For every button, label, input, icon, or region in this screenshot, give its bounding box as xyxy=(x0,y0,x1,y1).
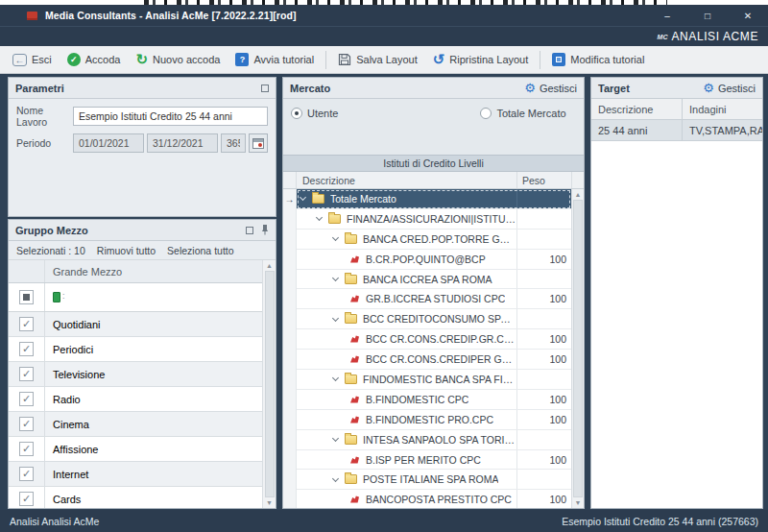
peso-column-header[interactable]: Peso xyxy=(516,172,571,188)
tree-row[interactable]: B.FINDOMESTIC PRO.CPC100 xyxy=(283,410,571,430)
checkbox-checked-icon[interactable]: ✓ xyxy=(19,317,34,331)
scroll-up-icon[interactable]: ▲ xyxy=(575,191,582,198)
calendar-button[interactable] xyxy=(249,133,268,153)
tree-row[interactable]: →Totale Mercato xyxy=(283,189,571,209)
checkbox-indeterminate-icon[interactable] xyxy=(19,290,34,304)
maximize-button[interactable]: □ xyxy=(687,5,728,26)
tree-row[interactable]: BCC CR.CONS.CREDIP.GR.CPC I.U.100 xyxy=(283,329,571,350)
close-button[interactable]: ✕ xyxy=(728,5,768,26)
nome-lavoro-input[interactable] xyxy=(73,107,268,126)
brand-name: ANALISI ACME xyxy=(671,30,758,43)
mercato-gestisci-button[interactable]: ⚙ Gestisci xyxy=(524,83,577,94)
list-item[interactable]: ✓Internet xyxy=(9,462,262,487)
tree-row[interactable]: B.ISP PER MERITO CPC100 xyxy=(283,450,571,471)
checkbox-checked-icon[interactable]: ✓ xyxy=(19,392,34,406)
radio-totale-mercato[interactable]: Totale Mercato xyxy=(480,108,565,119)
periodo-to-input[interactable] xyxy=(147,133,218,153)
accoda-button[interactable]: ✓ Accoda xyxy=(60,50,129,69)
ripristina-layout-button[interactable]: ↺ Ripristina Layout xyxy=(425,50,537,69)
pin-icon[interactable] xyxy=(261,224,269,237)
checkbox-checked-icon[interactable]: ✓ xyxy=(19,342,34,356)
tree-row[interactable]: BCC CR.CONS.CREDIPER GREEN CPC100 xyxy=(283,350,571,370)
auto-filter-row[interactable] xyxy=(9,283,262,312)
tree-row[interactable]: POSTE ITALIANE SPA ROMA xyxy=(283,470,571,490)
maximize-panel-icon[interactable] xyxy=(261,85,269,92)
vertical-scrollbar[interactable]: ▲ ▼ xyxy=(571,189,584,508)
descrizione-column-header[interactable]: Descrizione xyxy=(297,172,516,188)
target-empty-area xyxy=(591,141,762,508)
peso-value: 100 xyxy=(516,250,571,269)
list-item[interactable]: ✓Periodici xyxy=(9,337,262,362)
scroll-down-icon[interactable]: ▼ xyxy=(575,499,582,506)
target-column-header: Descrizione Indagini xyxy=(591,99,762,120)
radio-utente[interactable]: Utente xyxy=(291,108,338,119)
checkbox-checked-icon[interactable]: ✓ xyxy=(19,492,34,506)
target-descrizione-column-header[interactable]: Descrizione xyxy=(591,99,683,119)
scroll-down-icon[interactable]: ▼ xyxy=(266,499,273,506)
expand-chevron-icon[interactable] xyxy=(332,475,339,482)
totale-mercato-label: Totale Mercato xyxy=(496,108,565,119)
tree-row[interactable]: FINANZA/ASSICURAZIONI|ISTITUTI DI CREDIT… xyxy=(283,209,571,230)
checkbox-checked-icon[interactable]: ✓ xyxy=(19,417,34,431)
tree-row[interactable]: B.FINDOMESTIC CPC100 xyxy=(283,390,571,410)
periodo-from-input[interactable] xyxy=(73,133,144,153)
list-item[interactable]: ✓Cinema xyxy=(9,412,262,437)
salva-layout-button[interactable]: Salva Layout xyxy=(330,50,425,69)
maximize-panel-icon[interactable] xyxy=(246,227,253,234)
periodo-days-input[interactable] xyxy=(221,133,246,153)
avvia-tutorial-button[interactable]: ? Avvia tutorial xyxy=(228,50,322,69)
periodo-label: Periodo xyxy=(16,137,70,149)
list-item-label: Quotidiani xyxy=(53,319,101,330)
tree-node-label: BANCOPOSTA PRESTITO CPC xyxy=(366,494,512,505)
row-indicator xyxy=(283,490,297,508)
tree-node-label: BANCA ICCREA SPA ROMA xyxy=(363,274,492,285)
tree-row[interactable]: GR.B.ICCREA STUDIOSI CPC100 xyxy=(283,289,571,309)
exit-arrow-icon: ← xyxy=(12,54,27,66)
list-item[interactable]: ✓Televisione xyxy=(9,362,262,387)
tree-row[interactable]: INTESA SANPAOLO SPA TORINO xyxy=(283,430,571,450)
tree-row[interactable]: BANCOPOSTA PRESTITO CPC100 xyxy=(283,490,571,508)
nome-lavoro-label: Nome Lavoro xyxy=(16,105,70,128)
list-item[interactable]: ✓Affissione xyxy=(9,437,262,462)
expand-chevron-icon[interactable] xyxy=(332,315,339,322)
vertical-scrollbar[interactable]: ▲ ▼ xyxy=(262,260,276,508)
seleziona-tutto-link[interactable]: Seleziona tutto xyxy=(167,245,233,256)
minimize-button[interactable]: – xyxy=(647,5,687,26)
avvia-tutorial-label: Avvia tutorial xyxy=(253,54,314,65)
checkbox-checked-icon[interactable]: ✓ xyxy=(19,467,34,481)
mercato-header: Mercato ⚙ Gestisci xyxy=(283,78,584,99)
scrollbar-thumb[interactable] xyxy=(265,271,275,497)
list-item[interactable]: ✓Cards xyxy=(9,487,262,508)
expand-chevron-icon[interactable] xyxy=(316,214,323,221)
scroll-up-icon[interactable]: ▲ xyxy=(266,262,273,269)
peso-value: 100 xyxy=(516,289,571,308)
modifica-tutorial-button[interactable]: Modifica tutorial xyxy=(544,50,652,69)
checkbox-column-header[interactable] xyxy=(9,260,45,282)
list-item[interactable]: ✓Radio xyxy=(9,387,262,412)
expand-chevron-icon[interactable] xyxy=(300,194,306,201)
target-gestisci-button[interactable]: ⚙ Gestisci xyxy=(703,83,756,94)
rimuovi-tutto-link[interactable]: Rimuovi tutto xyxy=(97,245,156,256)
list-item-label: Affissione xyxy=(53,444,99,455)
checkbox-checked-icon[interactable]: ✓ xyxy=(19,442,34,456)
esci-button[interactable]: ← Esci xyxy=(5,51,60,69)
expand-chevron-icon[interactable] xyxy=(332,234,339,241)
target-indagini-column-header[interactable]: Indagini xyxy=(683,99,762,119)
expand-chevron-icon[interactable] xyxy=(332,275,339,281)
status-left: Analisi Analisi AcMe xyxy=(10,516,99,527)
tree-row[interactable]: BANCA CRED.POP.TORRE GRECO NA xyxy=(283,230,571,250)
scrollbar-thumb[interactable] xyxy=(573,200,583,497)
tree-row[interactable]: BANCA ICCREA SPA ROMA xyxy=(283,270,571,290)
expand-chevron-icon[interactable] xyxy=(332,375,339,381)
tree-row[interactable]: BCC CREDITOCONSUMO SPA ROMA xyxy=(283,309,571,329)
nuovo-accoda-button[interactable]: ↻ Nuovo accoda xyxy=(128,50,228,69)
tree-row[interactable]: FINDOMESTIC BANCA SPA FIRENZE xyxy=(283,370,571,390)
list-item[interactable]: ✓Quotidiani xyxy=(9,312,262,337)
folder-icon xyxy=(345,234,357,244)
checkbox-checked-icon[interactable]: ✓ xyxy=(19,367,34,381)
target-row[interactable]: 25 44 anni TV,STAMPA,RADIO xyxy=(591,120,762,141)
tree-node-label: BCC CR.CONS.CREDIP.GR.CPC I.U. xyxy=(366,333,516,345)
tree-row[interactable]: B.CR.POP.QUINTO@BCP100 xyxy=(283,250,571,270)
grande-mezzo-column-header[interactable]: Grande Mezzo xyxy=(45,260,262,282)
expand-chevron-icon[interactable] xyxy=(332,435,339,442)
